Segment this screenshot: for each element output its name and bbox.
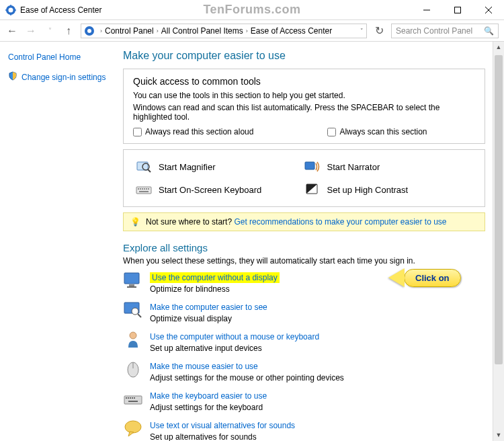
svg-rect-22 <box>129 284 134 286</box>
setting-easier-to-see[interactable]: Make the computer easier to see Optimize… <box>123 300 485 323</box>
svg-point-7 <box>87 29 91 33</box>
svg-rect-19 <box>139 191 149 192</box>
keyboard-setting-icon <box>123 389 143 408</box>
svg-rect-17 <box>146 188 147 190</box>
quick-access-desc: You can use the tools in this section to… <box>133 91 475 100</box>
scan-section-checkbox[interactable]: Always scan this section <box>327 127 427 136</box>
close-button[interactable] <box>473 0 504 20</box>
breadcrumb-item[interactable]: Ease of Access Center <box>251 26 332 36</box>
setting-mouse-easier[interactable]: Make the mouse easier to use Adjust sett… <box>123 360 485 383</box>
title-bar: Ease of Access Center <box>0 0 504 20</box>
callout-annotation: Click on <box>388 268 461 287</box>
chevron-right-icon: › <box>246 28 248 34</box>
contrast-icon <box>304 182 321 197</box>
svg-line-10 <box>148 169 151 172</box>
search-input[interactable]: Search Control Panel 🔍 <box>391 24 499 38</box>
page-heading: Make your computer easier to use <box>123 50 485 62</box>
setting-text-visual-sounds[interactable]: Use text or visual alternatives for soun… <box>123 419 485 441</box>
breadcrumb[interactable]: › Control Panel › All Control Panel Item… <box>81 24 367 38</box>
setting-link[interactable]: Use text or visual alternatives for soun… <box>150 421 295 430</box>
setting-desc: Adjust settings for the mouse or other p… <box>150 373 344 383</box>
chevron-down-icon[interactable]: ˅ <box>360 28 364 34</box>
scrollbar[interactable]: ▲ ▼ <box>493 42 504 441</box>
setting-link[interactable]: Use the computer without a mouse or keyb… <box>150 332 319 342</box>
nav-bar: ← → ˅ ↑ › Control Panel › All Control Pa… <box>0 20 504 42</box>
setting-desc: Set up alternatives for sounds <box>150 432 295 441</box>
monitor-off-icon <box>123 271 143 290</box>
quick-access-hint: Windows can read and scan this list auto… <box>133 103 475 122</box>
setting-keyboard-easier[interactable]: Make the keyboard easier to use Adjust s… <box>123 389 485 412</box>
svg-rect-23 <box>127 286 136 288</box>
tools-box: Start Magnifier Start Narrator Start On-… <box>123 149 485 207</box>
sidebar-signin-link[interactable]: Change sign-in settings <box>8 71 110 83</box>
explore-desc: When you select these settings, they wil… <box>123 256 485 266</box>
chevron-right-icon: › <box>157 28 159 34</box>
svg-rect-32 <box>128 397 129 399</box>
setting-desc: Set up alternative input devices <box>150 344 319 353</box>
shield-icon <box>8 71 17 83</box>
svg-rect-14 <box>140 188 141 190</box>
svg-rect-30 <box>124 396 142 404</box>
svg-rect-12 <box>136 187 151 194</box>
breadcrumb-item[interactable]: All Control Panel Items <box>161 26 243 36</box>
setting-link[interactable]: Make the computer easier to see <box>150 303 267 312</box>
svg-rect-11 <box>305 162 314 169</box>
monitor-magnify-icon <box>123 300 143 319</box>
breadcrumb-item[interactable]: Control Panel <box>105 26 154 36</box>
scroll-down-arrow[interactable]: ▼ <box>493 430 504 441</box>
person-icon <box>123 330 143 349</box>
setting-link[interactable]: Make the keyboard easier to use <box>150 391 267 401</box>
sidebar: Control Panel Home Change sign-in settin… <box>0 42 118 441</box>
scroll-up-arrow[interactable]: ▲ <box>493 42 504 53</box>
svg-rect-15 <box>142 188 143 190</box>
window-title: Ease of Access Center <box>20 5 101 15</box>
hint-prefix: Not sure where to start? <box>146 217 234 227</box>
svg-point-25 <box>132 308 138 315</box>
recent-dropdown[interactable]: ˅ <box>43 27 56 34</box>
setup-high-contrast-link[interactable]: Set up High Contrast <box>304 182 473 197</box>
speech-bubble-icon <box>123 419 143 438</box>
recommendations-bar: 💡 Not sure where to start? Get recommend… <box>123 212 485 231</box>
mouse-icon <box>123 360 143 378</box>
ease-of-access-icon <box>84 26 95 36</box>
setting-without-display[interactable]: Use the computer without a display Optim… <box>123 271 485 294</box>
svg-rect-35 <box>134 397 135 399</box>
svg-point-27 <box>130 332 136 339</box>
svg-rect-33 <box>130 397 131 399</box>
svg-rect-3 <box>455 7 461 13</box>
up-button[interactable]: ↑ <box>62 25 75 37</box>
start-narrator-link[interactable]: Start Narrator <box>304 159 473 174</box>
scroll-thumb[interactable] <box>495 55 503 364</box>
setting-link[interactable]: Make the mouse easier to use <box>150 362 258 371</box>
refresh-button[interactable]: ↻ <box>372 24 386 37</box>
svg-rect-18 <box>148 188 149 190</box>
svg-rect-21 <box>124 273 139 284</box>
setting-desc: Optimize for blindness <box>150 284 280 294</box>
chevron-right-icon: › <box>100 28 102 34</box>
svg-point-1 <box>9 7 13 12</box>
explore-heading: Explore all settings <box>123 242 485 253</box>
svg-rect-13 <box>138 188 139 190</box>
back-button[interactable]: ← <box>5 25 19 37</box>
forward-button[interactable]: → <box>24 25 38 37</box>
magnifier-icon <box>136 159 152 174</box>
setting-link[interactable]: Use the computer without a display <box>150 272 280 283</box>
setting-without-mouse-keyboard[interactable]: Use the computer without a mouse or keyb… <box>123 330 485 353</box>
quick-access-box: Quick access to common tools You can use… <box>123 69 485 144</box>
app-icon <box>5 5 16 15</box>
start-magnifier-link[interactable]: Start Magnifier <box>136 159 304 174</box>
read-aloud-checkbox[interactable]: Always read this section aloud <box>133 127 253 136</box>
setting-desc: Adjust settings for the keyboard <box>150 403 267 412</box>
svg-line-26 <box>138 314 141 317</box>
recommendations-link[interactable]: Get recommendations to make your compute… <box>234 217 446 227</box>
start-onscreen-keyboard-link[interactable]: Start On-Screen Keyboard <box>136 182 304 197</box>
svg-rect-34 <box>132 397 133 399</box>
search-icon: 🔍 <box>484 26 494 36</box>
maximize-button[interactable] <box>442 0 473 20</box>
minimize-button[interactable] <box>411 0 442 20</box>
narrator-icon <box>304 159 321 174</box>
setting-desc: Optimize visual display <box>150 314 267 323</box>
svg-rect-31 <box>126 397 127 399</box>
sidebar-home-link[interactable]: Control Panel Home <box>8 52 110 62</box>
svg-rect-36 <box>128 401 138 402</box>
